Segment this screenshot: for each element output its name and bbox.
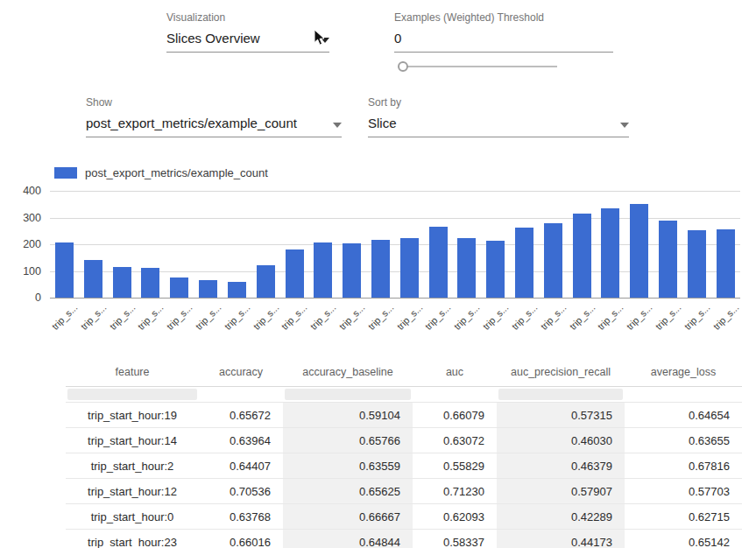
slider-thumb[interactable] <box>398 61 408 72</box>
dropdown-arrow-icon[interactable] <box>620 123 629 128</box>
column-filter-box[interactable] <box>67 389 197 400</box>
column-filter-box[interactable] <box>498 389 623 400</box>
metrics-table: featureaccuracyaccuracy_baselineaucauc_p… <box>66 358 742 548</box>
x-axis-label: trip_s... <box>452 302 482 332</box>
feature-cell: trip_start_hour:2 <box>66 453 199 478</box>
column-header[interactable]: auc_precision_recall <box>497 366 625 378</box>
bars <box>50 191 740 298</box>
slider-track[interactable] <box>405 66 557 67</box>
sort-by-value-row[interactable]: Slice <box>368 116 629 137</box>
filter-cell <box>283 387 413 402</box>
y-tick-label: 300 <box>23 212 41 224</box>
bar[interactable] <box>601 208 619 298</box>
metric-cell: 0.63964 <box>199 428 283 453</box>
column-header[interactable]: auc <box>413 366 497 378</box>
bar[interactable] <box>400 238 419 298</box>
x-slot: trip_s... <box>257 299 275 344</box>
x-slot: trip_s... <box>371 299 390 344</box>
filter-cell <box>497 387 625 402</box>
bar[interactable] <box>515 228 533 298</box>
threshold-input[interactable] <box>394 31 613 46</box>
show-value-row[interactable]: post_export_metrics/example_count <box>86 116 342 137</box>
filter-cell <box>66 387 199 402</box>
bar[interactable] <box>429 227 448 298</box>
tfma-slicing-metrics-browser: Visualization Slices Overview Examples (… <box>0 0 756 548</box>
bar[interactable] <box>257 265 275 298</box>
metric-cell: 0.64654 <box>625 403 742 427</box>
visualization-value: Slices Overview <box>166 31 260 46</box>
bar[interactable] <box>486 241 505 298</box>
bar[interactable] <box>286 249 304 298</box>
metric-cell: 0.62093 <box>413 504 497 529</box>
x-slot: trip_s... <box>286 299 304 344</box>
x-slot: trip_s... <box>544 299 562 344</box>
bar[interactable] <box>199 280 217 298</box>
x-axis-label: trip_s... <box>710 302 740 332</box>
filter-cell <box>413 387 497 402</box>
x-slot: trip_s... <box>601 299 619 344</box>
table-row: trip_start_hour:190.656720.591040.660790… <box>66 403 742 428</box>
x-axis-label: trip_s... <box>194 302 223 332</box>
x-slot: trip_s... <box>515 299 533 344</box>
y-tick-label: 400 <box>23 185 41 197</box>
x-slot: trip_s... <box>84 299 102 344</box>
bar[interactable] <box>630 204 648 298</box>
column-header[interactable]: accuracy_baseline <box>283 366 413 378</box>
metric-cell: 0.67816 <box>625 453 742 478</box>
x-axis-label: trip_s... <box>337 302 367 332</box>
x-axis-label: trip_s... <box>394 302 424 332</box>
metric-cell: 0.66079 <box>413 403 497 427</box>
x-axis-label: trip_s... <box>423 302 453 332</box>
visualization-value-row[interactable]: Slices Overview <box>166 31 329 53</box>
x-axis-label: trip_s... <box>509 302 539 332</box>
x-slot: trip_s... <box>717 299 735 344</box>
threshold-value-row[interactable] <box>394 31 613 53</box>
table-row: trip_start_hour:230.660160.648440.583370… <box>66 530 742 548</box>
bar[interactable] <box>170 278 188 298</box>
metric-cell: 0.57315 <box>497 403 625 427</box>
metric-cell: 0.58337 <box>413 530 497 548</box>
bar[interactable] <box>84 260 102 298</box>
bar[interactable] <box>573 214 591 298</box>
bar[interactable] <box>717 229 735 298</box>
visualization-dropdown[interactable]: Visualization Slices Overview <box>166 11 329 53</box>
feature-cell: trip_start_hour:23 <box>66 530 199 548</box>
metric-cell: 0.64407 <box>199 453 283 478</box>
x-slot: trip_s... <box>400 299 419 344</box>
bar[interactable] <box>457 238 476 298</box>
bar[interactable] <box>141 268 159 298</box>
column-filter-box[interactable] <box>285 389 411 400</box>
column-header[interactable]: average_loss <box>625 366 742 378</box>
bar[interactable] <box>343 243 361 298</box>
column-header[interactable]: accuracy <box>199 366 283 378</box>
y-tick-label: 0 <box>35 292 41 304</box>
bar[interactable] <box>55 242 74 298</box>
metric-cell: 0.62715 <box>625 504 742 529</box>
x-axis-label: trip_s... <box>682 302 711 332</box>
x-axis-label: trip_s... <box>222 302 251 332</box>
metric-cell: 0.46379 <box>497 453 625 478</box>
threshold-field[interactable]: Examples (Weighted) Threshold <box>394 11 613 53</box>
table-filter-row <box>66 387 742 403</box>
bar[interactable] <box>371 240 390 298</box>
x-slot: trip_s... <box>630 299 648 344</box>
x-slot: trip_s... <box>55 299 74 344</box>
bar[interactable] <box>228 282 246 298</box>
threshold-slider[interactable] <box>396 60 557 74</box>
column-header[interactable]: feature <box>66 366 199 378</box>
x-slot: trip_s... <box>457 299 476 344</box>
x-slot: trip_s... <box>688 299 706 344</box>
metric-cell: 0.57703 <box>625 479 742 503</box>
show-dropdown[interactable]: Show post_export_metrics/example_count <box>86 96 342 137</box>
bar[interactable] <box>113 267 131 298</box>
metric-cell: 0.57907 <box>497 479 625 503</box>
bar[interactable] <box>688 230 706 298</box>
feature-cell: trip_start_hour:14 <box>66 428 199 453</box>
table-row: trip_start_hour:20.644070.635590.558290.… <box>66 453 742 479</box>
table-body: trip_start_hour:190.656720.591040.660790… <box>66 403 742 548</box>
sort-by-dropdown[interactable]: Sort by Slice <box>368 96 629 137</box>
bar[interactable] <box>659 221 677 298</box>
bar[interactable] <box>544 223 562 298</box>
dropdown-arrow-icon[interactable] <box>333 123 342 128</box>
bar[interactable] <box>314 242 332 298</box>
